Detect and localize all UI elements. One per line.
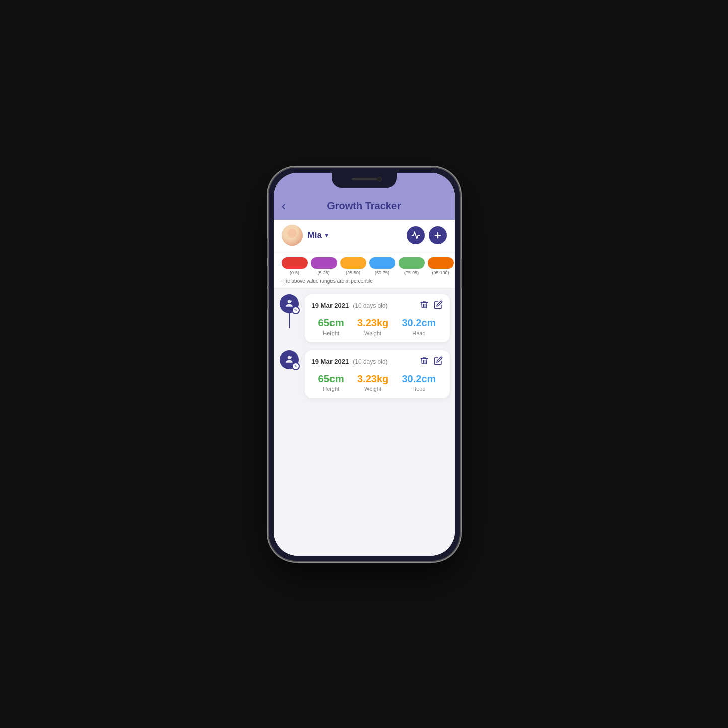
edit-button[interactable]	[434, 300, 443, 311]
record-date: 19 Mar 2021	[312, 302, 349, 309]
trash-icon	[420, 356, 429, 365]
record-card: 19 Mar 2021 (10 days old)	[305, 294, 450, 342]
timeline-icon-circle: ✎	[280, 350, 299, 369]
measurements: 65cm Height 3.23kg Weight 30.2cm Head	[312, 317, 443, 336]
chip-color-swatch	[428, 257, 454, 269]
add-button[interactable]	[429, 226, 447, 244]
edit-button[interactable]	[434, 356, 443, 367]
weight-measurement: 3.23kg Weight	[357, 373, 388, 392]
chip-label: (0-5)	[290, 270, 299, 275]
page-title: Growth Tracker	[327, 200, 401, 212]
avatar	[282, 225, 303, 246]
card-actions	[420, 300, 443, 311]
edit-dot: ✎	[292, 362, 300, 370]
card-actions	[420, 356, 443, 367]
edit-dot: ✎	[292, 306, 300, 314]
main-content: ✎ 19 Mar 2021 (10 days old)	[274, 288, 455, 556]
chip-color-swatch	[369, 257, 395, 269]
chip-label: (75-95)	[404, 270, 419, 275]
weight-measurement: 3.23kg Weight	[357, 317, 388, 336]
weight-value: 3.23kg	[357, 317, 388, 329]
status-bar	[274, 173, 455, 195]
profile-actions	[407, 226, 447, 244]
profile-row: Mia ▼	[274, 220, 455, 251]
chip-color-swatch	[399, 257, 425, 269]
camera	[377, 177, 382, 182]
timeline-icon-circle: ✎	[280, 294, 299, 313]
header: ‹ Growth Tracker	[274, 195, 455, 220]
height-label: Height	[323, 330, 339, 336]
record-card: 19 Mar 2021 (10 days old)	[305, 350, 450, 398]
legend-chip: (75-95)	[399, 257, 425, 275]
record-date: 19 Mar 2021	[312, 358, 349, 365]
back-button[interactable]: ‹	[282, 199, 286, 212]
avatar-image	[282, 225, 303, 246]
weight-label: Weight	[364, 330, 381, 336]
chart-icon	[411, 231, 420, 240]
height-label: Height	[323, 386, 339, 392]
chevron-down-icon: ▼	[324, 232, 330, 239]
chip-label: (25-50)	[346, 270, 360, 275]
timeline-item: ✎ 19 Mar 2021 (10 days old)	[274, 350, 455, 398]
head-value: 30.2cm	[402, 373, 436, 385]
svg-point-4	[287, 356, 291, 359]
height-measurement: 65cm Height	[318, 317, 344, 336]
record-age: (10 days old)	[353, 358, 387, 365]
record-age: (10 days old)	[353, 302, 387, 309]
head-measurement: 30.2cm Head	[402, 317, 436, 336]
timeline-line	[289, 313, 290, 328]
head-value: 30.2cm	[402, 317, 436, 329]
svg-point-5	[290, 356, 292, 358]
delete-button[interactable]	[420, 300, 429, 311]
legend-chip: (50-75)	[369, 257, 395, 275]
delete-button[interactable]	[420, 356, 429, 367]
chip-label: (95-100)	[432, 270, 449, 275]
card-header: 19 Mar 2021 (10 days old)	[312, 300, 443, 311]
legend-note: The above value ranges are in percentile	[282, 278, 447, 284]
timeline-left: ✎	[279, 350, 300, 369]
chip-color-swatch	[311, 257, 337, 269]
height-value: 65cm	[318, 373, 344, 385]
height-value: 65cm	[318, 317, 344, 329]
chip-label: (5-25)	[317, 270, 329, 275]
chip-label: (50-75)	[375, 270, 389, 275]
weight-label: Weight	[364, 386, 381, 392]
profile-name: Mia	[308, 230, 322, 240]
legend-chip: (0-5)	[282, 257, 308, 275]
notch	[332, 173, 397, 188]
legend-area: (0-5) (5-25) (25-50) (50-75) (75-95) (95…	[274, 251, 455, 288]
chip-color-swatch	[282, 257, 308, 269]
pencil-icon	[434, 300, 443, 309]
svg-point-3	[290, 300, 292, 302]
speaker	[352, 178, 377, 180]
weight-value: 3.23kg	[357, 373, 388, 385]
head-label: Head	[412, 386, 425, 392]
timeline-item: ✎ 19 Mar 2021 (10 days old)	[274, 294, 455, 342]
svg-point-2	[287, 300, 291, 303]
name-dropdown[interactable]: Mia ▼	[308, 230, 402, 240]
chart-button[interactable]	[407, 226, 425, 244]
pencil-icon	[434, 356, 443, 365]
head-label: Head	[412, 330, 425, 336]
legend-chips: (0-5) (5-25) (25-50) (50-75) (75-95) (95…	[282, 257, 447, 275]
phone-device: ‹ Growth Tracker Mia ▼	[269, 168, 460, 561]
head-measurement: 30.2cm Head	[402, 373, 436, 392]
phone-screen: ‹ Growth Tracker Mia ▼	[274, 173, 455, 556]
legend-chip: (25-50)	[340, 257, 366, 275]
legend-chip: (5-25)	[311, 257, 337, 275]
legend-chip: (95-100)	[428, 257, 454, 275]
card-header: 19 Mar 2021 (10 days old)	[312, 356, 443, 367]
plus-icon	[433, 231, 442, 240]
trash-icon	[420, 300, 429, 309]
timeline-left: ✎	[279, 294, 300, 328]
chip-color-swatch	[340, 257, 366, 269]
height-measurement: 65cm Height	[318, 373, 344, 392]
measurements: 65cm Height 3.23kg Weight 30.2cm Head	[312, 373, 443, 392]
